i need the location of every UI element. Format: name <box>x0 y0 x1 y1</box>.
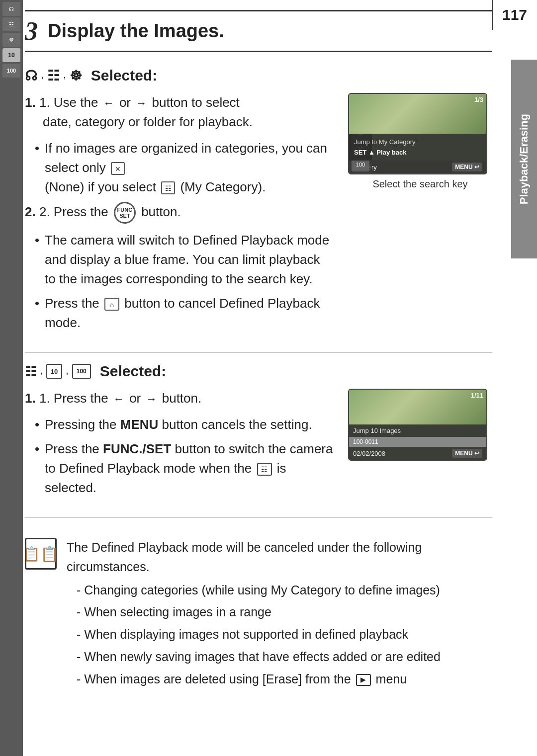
section1-screenshot: ☊ ☷ ☸ 10 100 1/3 Jump to My Category <box>348 93 492 337</box>
comma2: , <box>64 72 66 80</box>
section1-content: 1. 1. Use the ← or → button to select da… <box>25 93 492 337</box>
icon-jumpdate2: ☷ <box>257 463 272 476</box>
chapter-title: Display the Images. <box>48 20 224 42</box>
section2-bullet2: Press the FUNC./SET button to switch the… <box>35 439 333 498</box>
note-icon: 📋 <box>25 538 57 570</box>
note-intro: The Defined Playback mode will be cancel… <box>67 538 492 577</box>
section1-heading: ☊ , ☷ , ☸ Selected: <box>25 67 492 84</box>
step1-number: 1. <box>25 95 36 110</box>
main-content: 3 Display the Images. ☊ , ☷ , ☸ Selected… <box>25 10 502 696</box>
note-item-4-text: When newly saving images that have effec… <box>84 650 441 664</box>
section2-step1: 1. 1. Press the ← or → button. <box>25 389 333 408</box>
chapter-heading: 3 Display the Images. <box>25 10 492 52</box>
step1-continuation: date, category or folder for playback. <box>43 114 253 129</box>
comma1: , <box>41 72 43 80</box>
s2-arrow-right: → <box>144 392 158 406</box>
screen2-file: 100-0011 <box>349 437 486 447</box>
icon-cancel-playback: ⌂ <box>104 298 119 311</box>
s2-menu-bold: MENU <box>120 417 159 432</box>
screen2-right: 1/11 Jump 10 Images 100-0011 <box>349 390 486 447</box>
screen1-menu-btn: MENU ↩ <box>452 163 482 171</box>
s2-step1-number: 1. <box>25 391 36 406</box>
section1-text: 1. 1. Use the ← or → button to select da… <box>25 93 333 337</box>
icon-none: ✕ <box>111 162 125 175</box>
comma4: , <box>66 367 68 375</box>
screen1-menu-overlay: Jump to My Category SET ▲ Play back <box>349 134 486 161</box>
bullet1-text: If no images are organized in categories… <box>45 141 327 175</box>
section1-icons: ☊ , ☷ , ☸ <box>25 68 86 84</box>
s2-step1-suffix: button. <box>162 391 202 406</box>
section2-text: 1. 1. Press the ← or → button. Pressing … <box>25 389 333 503</box>
s2-bullet1-suffix: button cancels the setting. <box>162 417 312 432</box>
section2-selected-label: Selected: <box>100 363 166 380</box>
icon-grid: ☷ <box>47 68 60 84</box>
icon-my-category: ☷ <box>161 181 175 194</box>
screen2-bottom: 02/02/2008 MENU ↩ <box>349 447 486 460</box>
bullet1-cont: (None) if you select <box>45 179 156 194</box>
screen2-label: Jump 10 Images <box>349 424 486 437</box>
icon-100: 100 <box>72 364 91 379</box>
note-icon-symbol: 📋 <box>23 546 40 562</box>
screen1-body: ☊ ☷ ☸ 10 100 1/3 Jump to My Category <box>349 94 486 161</box>
section2-icons: ☷ , 10 , 100 <box>25 364 95 379</box>
screen2-date: 02/02/2008 <box>353 450 385 457</box>
note-box: 📋 The Defined Playback mode will be canc… <box>25 528 492 696</box>
page-number-bar: 117 <box>492 0 537 30</box>
note-item-5: - When images are deleted using [Erase] … <box>77 670 492 689</box>
camera-screen-2: ☊ ☷ ☸ 10 100 1/11 Jump 10 Images 100-001… <box>348 389 487 461</box>
icon-folder: ☸ <box>70 68 82 84</box>
section1-step1: 1. 1. Use the ← or → button to select da… <box>25 93 333 132</box>
step1-button-to-select: button to select <box>152 95 240 110</box>
comma3: , <box>40 367 42 375</box>
section1-bullet1: If no images are organized in categories… <box>35 139 333 197</box>
note-item-1: - Changing categories (while using My Ca… <box>77 581 492 600</box>
sidebar-label: Playback/Erasing <box>511 60 537 258</box>
step2-suffix: button. <box>141 204 181 219</box>
section1-bullet3: Press the ⌂ button to cancel Defined Pla… <box>35 294 333 333</box>
section-divider <box>25 352 492 353</box>
section1-selected-label: Selected: <box>91 67 157 84</box>
icon-playback-menu: ▶ <box>356 674 371 686</box>
section2-heading: ☷ , 10 , 100 Selected: <box>25 363 492 380</box>
s2-step1-prefix: 1. Press the <box>39 391 108 406</box>
step2-number: 2. <box>25 204 36 219</box>
page-number: 117 <box>502 6 527 23</box>
screen2-body: ☊ ☷ ☸ 10 100 1/11 Jump 10 Images 100-001… <box>349 390 486 447</box>
bullet3-prefix: Press the <box>45 296 99 311</box>
sidebar-text: Playback/Erasing <box>518 114 531 204</box>
screen1-image: 1/3 <box>349 94 486 134</box>
bullet2-text: The camera will switch to Defined Playba… <box>45 233 329 286</box>
func-set-button[interactable]: FUNCSET <box>114 202 136 224</box>
screen1-inner: ☊ ☷ ☸ 10 100 1/3 Jump to My Category <box>349 94 486 173</box>
s2-bullet1-prefix: Pressing the <box>45 417 117 432</box>
note-text: The Defined Playback mode will be cancel… <box>67 538 492 691</box>
screen1-right: 1/3 Jump to My Category SET ▲ Play back <box>349 94 486 161</box>
note-item-2-text: When selecting images in a range <box>84 605 271 619</box>
note-item-4: - When newly saving images that have eff… <box>77 647 492 667</box>
screen2-menu-btn: MENU ↩ <box>452 449 482 458</box>
arrow-right-icon: → <box>134 96 148 110</box>
note-item-1-text: Changing categories (while using My Cate… <box>84 583 440 597</box>
section2-bullet1: Pressing the MENU button cancels the set… <box>35 415 333 434</box>
section1-bullet2: The camera will switch to Defined Playba… <box>35 231 333 289</box>
screen2-counter: 1/11 <box>471 392 483 399</box>
section2-content: 1. 1. Press the ← or → button. Pressing … <box>25 389 492 503</box>
arrow-left-icon: ← <box>102 96 116 110</box>
icon-jumpdate: ☷ <box>25 364 36 379</box>
s2-funcset-bold: FUNC./SET <box>103 441 171 456</box>
step2-prefix: 2. Press the <box>39 204 108 219</box>
camera-screen-1: ☊ ☷ ☸ 10 100 1/3 Jump to My Category <box>348 93 487 174</box>
screen1-menu-item2: SET ▲ Play back <box>354 147 481 158</box>
step1-use-the: 1. Use the <box>39 95 98 110</box>
chapter-number: 3 <box>25 16 38 46</box>
screen1-caption: Select the search key <box>348 178 492 190</box>
screen1-counter: 1/3 <box>474 96 483 103</box>
note-item-3-text: When displaying images not supported in … <box>84 627 408 641</box>
section2-screenshot: ☊ ☷ ☸ 10 100 1/11 Jump 10 Images 100-001… <box>348 389 492 503</box>
note-item-3: - When displaying images not supported i… <box>77 625 492 644</box>
s2-bullet2-prefix: Press the <box>45 441 99 456</box>
screen2-image: 1/11 <box>349 390 486 424</box>
note-divider <box>25 517 492 518</box>
section1-step2: 2. 2. Press the FUNCSET button. <box>25 202 333 224</box>
bullet1-end: (My Category). <box>180 179 266 194</box>
